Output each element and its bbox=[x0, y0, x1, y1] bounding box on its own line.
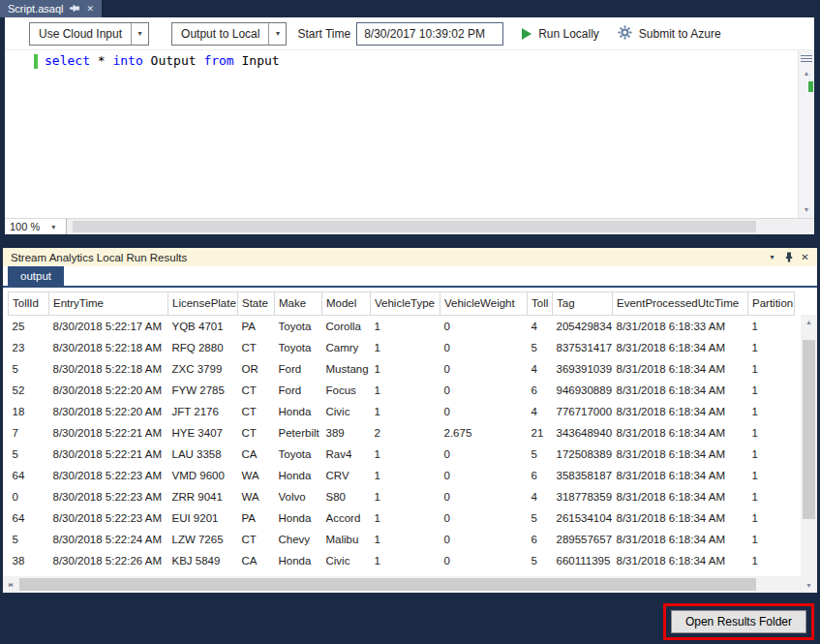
editor-horizontal-scrollbar[interactable] bbox=[67, 219, 814, 234]
scroll-down-icon[interactable]: ▼ bbox=[801, 578, 817, 593]
code-line: select * into Output from Input bbox=[45, 53, 280, 68]
scroll-up-icon[interactable]: ▲ bbox=[801, 315, 817, 329]
column-header-partition[interactable]: Partition bbox=[748, 292, 795, 316]
gear-icon bbox=[618, 25, 632, 43]
pin-icon[interactable] bbox=[70, 3, 79, 15]
column-header-licenseplate[interactable]: LicensePlate bbox=[168, 292, 238, 316]
table-cell: 8/30/2018 5:22:23 AM bbox=[49, 507, 168, 529]
submit-to-azure-button[interactable]: Submit to Azure bbox=[618, 25, 721, 43]
table-cell: 1 bbox=[371, 358, 440, 380]
document-tab-row: Script.asaql ✕ bbox=[0, 0, 820, 17]
table-row[interactable]: 528/30/2018 5:22:20 AMFYW 2785CTFordFocu… bbox=[9, 380, 795, 401]
table-cell: 8/30/2018 5:22:18 AM bbox=[49, 337, 168, 358]
table-cell: 5 bbox=[528, 444, 553, 465]
column-header-entrytime[interactable]: EntryTime bbox=[49, 292, 168, 316]
scroll-right-icon[interactable]: ► bbox=[3, 576, 18, 593]
run-locally-button[interactable]: Run Locally bbox=[522, 27, 599, 41]
table-cell: Focus bbox=[322, 380, 371, 401]
scroll-up-icon[interactable]: ▲ bbox=[799, 66, 814, 80]
table-cell: 389 bbox=[322, 422, 371, 444]
output-target-dropdown[interactable]: Output to Local ▾ bbox=[171, 22, 287, 46]
start-time-input[interactable] bbox=[356, 22, 503, 46]
table-cell: 21 bbox=[528, 422, 553, 444]
table-cell: Honda bbox=[275, 465, 322, 486]
table-row[interactable]: 58/30/2018 5:22:24 AMLZW 7265CTChevyMali… bbox=[9, 529, 795, 550]
table-cell: Accord bbox=[322, 507, 371, 529]
table-cell: 0 bbox=[440, 358, 528, 380]
column-header-tollid[interactable]: TollId bbox=[9, 292, 49, 316]
table-cell: Camry bbox=[322, 337, 371, 358]
table-cell: 8/30/2018 5:22:18 AM bbox=[49, 358, 168, 380]
table-cell: 1 bbox=[371, 529, 440, 550]
table-row[interactable]: 258/30/2018 5:22:17 AMYQB 4701PAToyotaCo… bbox=[9, 316, 795, 338]
column-header-vehicletype[interactable]: VehicleType bbox=[371, 292, 440, 316]
table-cell: CRV bbox=[322, 465, 371, 486]
table-cell: 8/31/2018 6:18:34 AM bbox=[613, 465, 748, 486]
open-results-folder-button[interactable]: Open Results Folder bbox=[671, 610, 806, 633]
table-cell: 8/31/2018 6:18:34 AM bbox=[613, 337, 748, 358]
table-row[interactable]: 58/30/2018 5:22:18 AMZXC 3799ORFordMusta… bbox=[9, 358, 795, 380]
table-cell: CA bbox=[238, 444, 275, 465]
table-cell: 0 bbox=[440, 507, 528, 529]
table-cell: LZW 7265 bbox=[168, 529, 238, 550]
results-panel-titlebar[interactable]: Stream Analytics Local Run Results ▾ ✕ bbox=[3, 248, 817, 266]
column-header-vehicleweight[interactable]: VehicleWeight bbox=[440, 292, 528, 316]
table-cell: CT bbox=[238, 401, 275, 422]
table-cell: 64 bbox=[9, 465, 49, 486]
tab-output[interactable]: output bbox=[8, 266, 64, 286]
table-cell: 0 bbox=[440, 380, 528, 401]
close-icon[interactable]: ✕ bbox=[86, 5, 94, 14]
table-row[interactable]: 238/30/2018 5:22:18 AMRFQ 2880CTToyotaCa… bbox=[9, 337, 795, 358]
scrollbar-thumb[interactable] bbox=[73, 221, 756, 232]
table-cell: 1 bbox=[371, 380, 440, 401]
table-row[interactable]: 648/30/2018 5:22:23 AMVMD 9600WAHondaCRV… bbox=[9, 465, 795, 486]
table-row[interactable]: 78/30/2018 5:22:21 AMHYE 3407CTPeterbilt… bbox=[9, 422, 795, 444]
table-cell: 1 bbox=[748, 337, 795, 358]
table-cell: HYE 3407 bbox=[168, 422, 238, 444]
table-row[interactable]: 188/30/2018 5:22:20 AMJFT 2176CTHondaCiv… bbox=[9, 401, 795, 422]
output-target-value: Output to Local bbox=[172, 23, 268, 45]
table-cell: FYW 2785 bbox=[168, 380, 238, 401]
close-icon[interactable]: ✕ bbox=[797, 250, 813, 264]
table-cell: Corolla bbox=[322, 316, 371, 338]
table-cell: 8/30/2018 5:22:26 AM bbox=[49, 550, 168, 571]
table-cell: 6 bbox=[528, 529, 553, 550]
table-cell: 1 bbox=[748, 465, 795, 486]
column-header-toll[interactable]: Toll bbox=[528, 292, 553, 316]
editor-vertical-scrollbar[interactable]: ▲ ▼ bbox=[798, 50, 814, 218]
results-vertical-scrollbar[interactable]: ▲ ▼ bbox=[801, 315, 817, 593]
table-cell: 5 bbox=[9, 529, 49, 550]
table-row[interactable]: 08/30/2018 5:22:23 AMZRR 9041WAVolvoS801… bbox=[9, 486, 795, 507]
scrollbar-thumb[interactable] bbox=[19, 578, 756, 591]
table-row[interactable]: 648/30/2018 5:22:23 AMEUI 9201PAHondaAcc… bbox=[9, 507, 795, 529]
table-cell: 38 bbox=[9, 550, 49, 571]
window-position-menu-icon[interactable]: ▾ bbox=[764, 250, 780, 264]
scroll-down-icon[interactable]: ▼ bbox=[799, 202, 814, 217]
table-cell: 18 bbox=[9, 401, 49, 422]
splitter-grip-icon[interactable] bbox=[801, 52, 812, 64]
pin-icon[interactable] bbox=[780, 250, 797, 264]
table-row[interactable]: 58/30/2018 5:22:21 AMLAU 3358CAToyotaRav… bbox=[9, 444, 795, 465]
column-header-state[interactable]: State bbox=[238, 292, 275, 316]
column-header-eventprocessedutctime[interactable]: EventProcessedUtcTime bbox=[613, 292, 748, 316]
table-cell: Toyota bbox=[275, 444, 322, 465]
scrollbar-thumb[interactable] bbox=[803, 340, 815, 519]
document-tab-script-asaql[interactable]: Script.asaql ✕ bbox=[0, 0, 102, 17]
table-cell: CA bbox=[238, 550, 275, 571]
results-grid-area: TollIdEntryTimeLicensePlateStateMakeMode… bbox=[3, 288, 817, 593]
table-row[interactable]: 388/30/2018 5:22:26 AMKBJ 5849CAHondaCiv… bbox=[9, 550, 795, 571]
table-cell: CT bbox=[238, 380, 275, 401]
submit-to-azure-label: Submit to Azure bbox=[639, 27, 721, 41]
table-cell: 25 bbox=[9, 316, 49, 338]
code-editor[interactable]: select * into Output from Input ▲ ▼ bbox=[5, 50, 814, 218]
column-header-model[interactable]: Model bbox=[322, 292, 371, 316]
input-source-value: Use Cloud Input bbox=[30, 23, 131, 45]
results-horizontal-scrollbar[interactable]: ◄ ► bbox=[3, 576, 801, 593]
input-source-dropdown[interactable]: Use Cloud Input ▾ bbox=[29, 22, 149, 46]
table-cell: 1 bbox=[371, 550, 440, 571]
table-cell: 1 bbox=[371, 337, 440, 358]
column-header-tag[interactable]: Tag bbox=[553, 292, 613, 316]
column-header-make[interactable]: Make bbox=[275, 292, 322, 316]
zoom-level-dropdown[interactable]: 100 % ▾ bbox=[5, 219, 67, 234]
table-cell: 8/31/2018 6:18:34 AM bbox=[613, 507, 748, 529]
